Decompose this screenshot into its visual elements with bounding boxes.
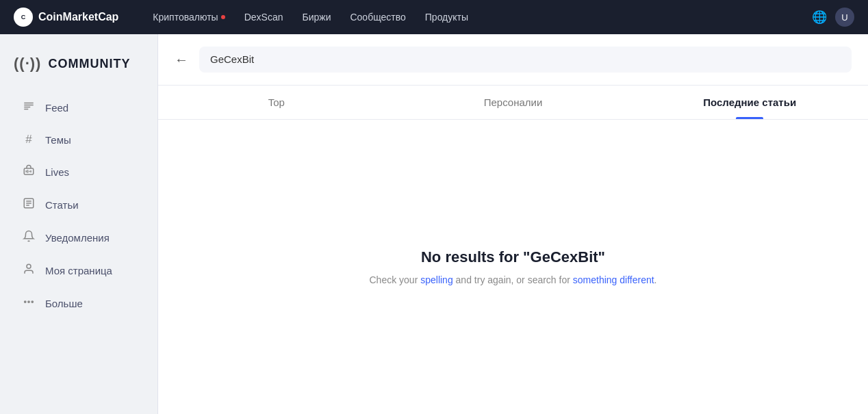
nav-products[interactable]: Продукты xyxy=(425,12,468,23)
svg-point-9 xyxy=(25,301,26,302)
nav-dexscan[interactable]: DexScan xyxy=(244,12,283,23)
sidebar-item-feed[interactable]: Feed xyxy=(14,93,144,122)
sidebar-item-profile[interactable]: Моя страница xyxy=(14,256,144,285)
tab-personas[interactable]: Персоналии xyxy=(395,86,632,119)
sidebar-item-profile-label: Моя страница xyxy=(45,265,112,276)
subtitle-end: . xyxy=(654,274,657,285)
user-avatar[interactable]: U xyxy=(835,8,854,27)
logo-icon: C xyxy=(14,8,33,27)
search-row: ← GeCexBit xyxy=(158,34,868,86)
content-area: ← GeCexBit Top Персоналии Последние стат… xyxy=(157,34,868,414)
tab-top[interactable]: Top xyxy=(158,86,395,119)
tabs-row: Top Персоналии Последние статьи xyxy=(158,86,868,120)
sidebar-nav: Feed # Темы Lives xyxy=(14,93,144,318)
no-results-subtitle: Check your spelling and try again, or se… xyxy=(370,274,657,285)
nav-dexscan-label: DexScan xyxy=(244,12,283,23)
sidebar-item-topics-label: Темы xyxy=(45,134,71,146)
hashtag-icon: # xyxy=(22,133,36,146)
no-results-title: No results for "GeCexBit" xyxy=(421,248,605,266)
tab-personas-label: Персоналии xyxy=(484,96,543,108)
nav-products-label: Продукты xyxy=(425,12,468,23)
nav-exchanges[interactable]: Биржи xyxy=(302,12,331,23)
search-input-wrap[interactable]: GeCexBit xyxy=(199,47,852,73)
sidebar-item-more-label: Больше xyxy=(45,298,83,309)
sidebar-item-topics[interactable]: # Темы xyxy=(14,126,144,153)
subtitle-something: something different xyxy=(573,274,654,285)
top-nav: Криптовалюты DexScan Биржи Сообщество Пр… xyxy=(153,12,791,23)
globe-icon[interactable]: 🌐 xyxy=(812,10,827,25)
nav-community-label: Сообщество xyxy=(350,12,405,23)
main-layout: ((·)) COMMUNITY Feed # Темы xyxy=(0,34,868,414)
community-logo: ((·)) COMMUNITY xyxy=(14,55,144,73)
search-query: GeCexBit xyxy=(210,53,254,65)
bell-icon xyxy=(22,230,36,245)
subtitle-middle: and try again, or search for xyxy=(453,274,573,285)
sidebar-item-feed-label: Feed xyxy=(45,102,68,114)
articles-icon xyxy=(22,197,36,212)
sidebar-item-articles-label: Статьи xyxy=(45,199,79,211)
svg-point-8 xyxy=(27,264,31,268)
nav-cryptocurrencies[interactable]: Криптовалюты xyxy=(153,12,225,23)
sidebar-item-notifications[interactable]: Уведомления xyxy=(14,223,144,252)
svg-point-11 xyxy=(31,301,33,302)
back-button[interactable]: ← xyxy=(175,52,188,68)
topbar-right: 🌐 U xyxy=(812,8,854,27)
nav-cryptocurrencies-label: Криптовалюты xyxy=(153,12,218,23)
sidebar-item-lives[interactable]: Lives xyxy=(14,157,144,186)
feed-icon xyxy=(22,100,36,115)
logo-text: CoinMarketCap xyxy=(38,11,118,23)
logo[interactable]: C CoinMarketCap xyxy=(14,8,118,27)
community-label: COMMUNITY xyxy=(48,57,130,71)
more-icon xyxy=(22,296,36,311)
topbar: C CoinMarketCap Криптовалюты DexScan Бир… xyxy=(0,0,868,34)
nav-cryptocurrencies-dot xyxy=(221,15,225,19)
sidebar-item-lives-label: Lives xyxy=(45,166,69,178)
tab-latest-articles[interactable]: Последние статьи xyxy=(631,86,868,119)
no-results-area: No results for "GeCexBit" Check your spe… xyxy=(158,120,868,414)
community-icon: ((·)) xyxy=(14,55,41,73)
nav-exchanges-label: Биржи xyxy=(302,12,331,23)
sidebar-item-notifications-label: Уведомления xyxy=(45,232,110,244)
user-icon xyxy=(22,263,36,278)
svg-point-10 xyxy=(28,301,29,302)
tab-top-label: Top xyxy=(268,96,285,108)
subtitle-start: Check your xyxy=(370,274,421,285)
tab-latest-articles-label: Последние статьи xyxy=(703,96,796,108)
subtitle-spelling: spelling xyxy=(420,274,452,285)
sidebar-item-more[interactable]: Больше xyxy=(14,289,144,318)
svg-text:C: C xyxy=(21,14,26,21)
sidebar: ((·)) COMMUNITY Feed # Темы xyxy=(0,34,157,414)
nav-community[interactable]: Сообщество xyxy=(350,12,405,23)
sidebar-item-articles[interactable]: Статьи xyxy=(14,190,144,219)
lives-icon xyxy=(22,164,36,179)
